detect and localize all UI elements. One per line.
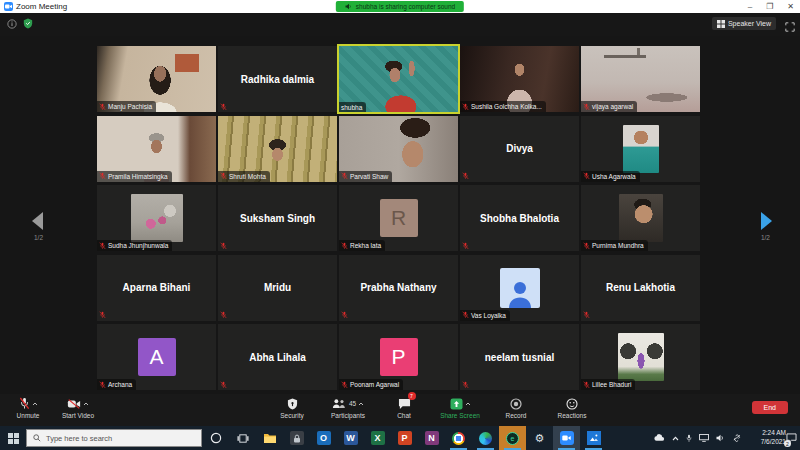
participant-tile-shubha[interactable]: shubha [339, 46, 458, 112]
gallery-view: Manju PachisiaRadhika dalmiashubhaSushil… [0, 36, 800, 394]
participant-tile-rekha-lata[interactable]: RRekha lata [339, 185, 458, 251]
excel-taskbar-button[interactable]: X [364, 426, 391, 450]
encryption-shield-icon[interactable] [23, 18, 33, 29]
participant-tile-pramila-himatsingka[interactable]: Pramila Himatsingka [97, 116, 216, 182]
participant-tile-vijaya-agarwal[interactable]: vijaya agarwal [581, 46, 700, 112]
chevron-up-icon[interactable] [32, 402, 38, 406]
participant-tile-usha-agarwala[interactable]: Usha Agarwala [581, 116, 700, 182]
onenote-taskbar-button[interactable]: N [418, 426, 445, 450]
sharing-sound-banner: shubha is sharing computer sound [336, 1, 464, 12]
photos-taskbar-button[interactable] [580, 426, 607, 450]
edge-taskbar-button[interactable] [472, 426, 499, 450]
task-view-button[interactable] [229, 426, 256, 450]
window-title: Zoom Meeting [16, 2, 67, 11]
speaker-icon[interactable] [716, 434, 725, 442]
participant-tile-archana[interactable]: AArchana [97, 324, 216, 390]
participants-button[interactable]: 45 Participants [328, 396, 368, 419]
participant-name-centered: Aparna Bihani [97, 255, 216, 321]
next-page-arrow[interactable] [761, 212, 772, 230]
info-icon[interactable] [7, 19, 17, 29]
fullscreen-icon[interactable] [785, 18, 795, 36]
end-meeting-button[interactable]: End [752, 401, 788, 414]
participant-label: Usha Agarwala [581, 171, 640, 182]
monitor-icon[interactable] [699, 434, 709, 442]
avatar: P [380, 338, 418, 376]
mic-icon[interactable] [686, 434, 692, 443]
participant-name-centered: Abha Lihala [218, 324, 337, 390]
edge-icon [479, 432, 492, 445]
participant-tile-vas-loyalka[interactable]: Vas Loyalka [460, 255, 579, 321]
start-button[interactable] [0, 426, 26, 450]
zoom-taskbar-button[interactable] [553, 426, 580, 450]
mic-muted-icon [99, 172, 106, 180]
record-button[interactable]: Record [496, 396, 536, 419]
participant-tile-shruti-mohta[interactable]: Shruti Mohta [218, 116, 337, 182]
unmute-button[interactable]: Unmute [8, 396, 48, 419]
close-button[interactable]: ✕ [787, 2, 794, 11]
mic-muted-icon [99, 381, 106, 389]
participant-tile-aparna-bihani[interactable]: Aparna Bihani [97, 255, 216, 321]
participant-tile-neelam-tusnial[interactable]: neelam tusnial [460, 324, 579, 390]
maximize-button[interactable]: ❐ [766, 2, 773, 11]
eset-taskbar-button[interactable]: e [499, 426, 526, 450]
participant-tile-poonam-agarwal[interactable]: PPoonam Agarwal [339, 324, 458, 390]
participant-tile-divya[interactable]: Divya [460, 116, 579, 182]
page-indicator-right: 1/2 [761, 234, 770, 241]
settings-taskbar-button[interactable]: ⚙ [526, 426, 553, 450]
photos-icon [587, 431, 601, 445]
participant-name: vijaya agarwal [592, 103, 633, 110]
chrome-taskbar-button[interactable] [445, 426, 472, 450]
security-button[interactable]: Security [272, 396, 312, 419]
lock-app-icon [290, 431, 304, 445]
lock-app-taskbar-button[interactable] [283, 426, 310, 450]
word-taskbar-button[interactable]: W [337, 426, 364, 450]
start-video-button[interactable]: Start Video [58, 396, 98, 419]
participant-tile-purnima-mundhra[interactable]: Purnima Mundhra [581, 185, 700, 251]
participant-label [218, 240, 231, 251]
participant-label [460, 171, 473, 182]
participant-tile-lillee-bhaduri[interactable]: Lillee Bhaduri [581, 324, 700, 390]
mic-muted-icon [99, 242, 106, 250]
share-screen-button[interactable]: Share Screen [440, 396, 480, 419]
video-off-icon [67, 398, 81, 410]
cortana-button[interactable] [202, 426, 229, 450]
participant-tile-renu-lakhotia[interactable]: Renu Lakhotia [581, 255, 700, 321]
search-icon [33, 434, 41, 442]
link-icon[interactable] [732, 434, 742, 442]
speaker-view-button[interactable]: Speaker View [712, 17, 776, 30]
mic-muted-icon [583, 381, 590, 389]
file-explorer-taskbar-button[interactable] [256, 426, 283, 450]
chevron-up-icon[interactable] [358, 402, 364, 406]
participant-tile-parvati-shaw[interactable]: Parvati Shaw [339, 116, 458, 182]
participant-tile-shobha-bhalotia[interactable]: Shobha Bhalotia [460, 185, 579, 251]
chat-badge: 7 [408, 392, 416, 400]
mic-muted-icon [462, 242, 469, 250]
taskbar-clock[interactable]: 2:24 AM 7/6/2021 [761, 428, 786, 446]
participant-name-centered: Prabha Nathany [339, 255, 458, 321]
action-center-button[interactable]: 2 [786, 426, 800, 450]
participant-tile-radhika-dalmia[interactable]: Radhika dalmia [218, 46, 337, 112]
participant-tile-suksham-singh[interactable]: Suksham Singh [218, 185, 337, 251]
chevron-up-icon[interactable] [83, 402, 89, 406]
banner-text: shubha is sharing computer sound [356, 3, 455, 10]
chevron-up-icon[interactable] [672, 436, 679, 441]
outlook-icon: O [317, 431, 331, 445]
participant-tile-sushila-golchha-kolka[interactable]: Sushila Golchha Kolka... [460, 46, 579, 112]
participant-tile-mridu[interactable]: Mridu [218, 255, 337, 321]
previous-page-arrow[interactable] [32, 212, 43, 230]
outlook-taskbar-button[interactable]: O [310, 426, 337, 450]
participant-tile-prabha-nathany[interactable]: Prabha Nathany [339, 255, 458, 321]
participant-tile-manju-pachisia[interactable]: Manju Pachisia [97, 46, 216, 112]
chat-button[interactable]: 7 Chat [384, 396, 424, 419]
participant-tile-abha-lihala[interactable]: Abha Lihala [218, 324, 337, 390]
reactions-button[interactable]: Reactions [552, 396, 592, 419]
cloud-icon[interactable] [654, 434, 665, 442]
powerpoint-taskbar-button[interactable]: P [391, 426, 418, 450]
chevron-up-icon[interactable] [465, 402, 471, 406]
participant-label: Rekha lata [339, 240, 385, 251]
search-input[interactable]: Type here to search [26, 429, 202, 447]
system-tray [654, 426, 742, 450]
minimize-button[interactable]: – [748, 2, 752, 11]
participant-tile-sudha-jhunjhunwala[interactable]: Sudha Jhunjhunwala [97, 185, 216, 251]
file-explorer-icon [263, 432, 277, 444]
